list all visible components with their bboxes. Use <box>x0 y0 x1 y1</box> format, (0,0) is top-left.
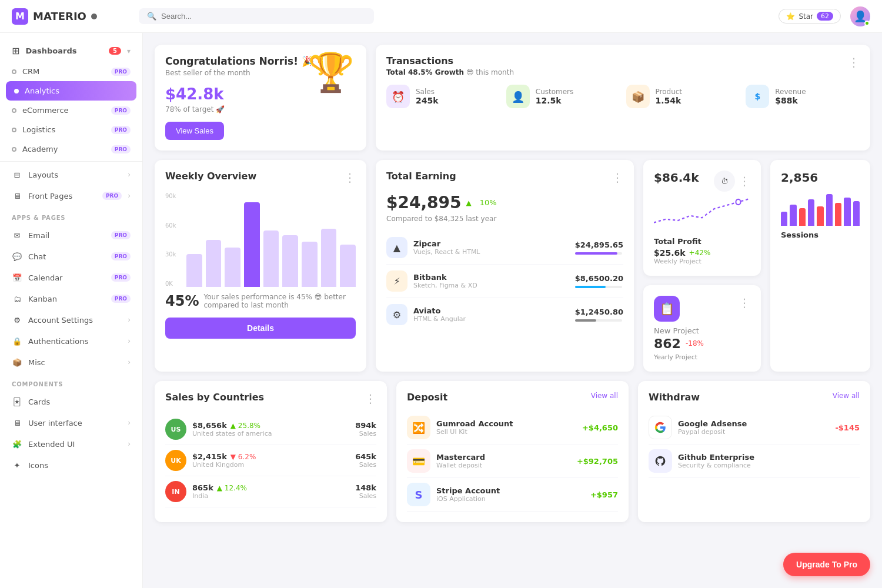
flag-uk: UK <box>165 450 186 471</box>
search-area[interactable]: 🔍 <box>139 8 374 24</box>
bar <box>340 245 356 287</box>
country-amount: $8,656k <box>192 421 227 430</box>
txn-value: 245k <box>416 96 439 105</box>
extended-ui-icon: 🧩 <box>12 439 22 449</box>
avatar[interactable]: 👤 <box>850 6 870 26</box>
star-count: 62 <box>817 12 833 21</box>
sidebar-item-ecommerce[interactable]: eCommerce PRO <box>0 101 142 120</box>
pro-badge: PRO <box>102 192 122 200</box>
growth-text: Total 48.5% Growth <box>386 68 464 76</box>
total-earning-card: Total Earning ⋮ $24,895 ▲ 10% Compared t… <box>376 160 634 372</box>
congrats-subtitle: Best seller of the month <box>165 69 314 77</box>
star-button[interactable]: ⭐ Star 62 <box>779 9 841 24</box>
upgrade-to-pro-button[interactable]: Upgrade To Pro <box>783 553 870 576</box>
zipcar-name: Zipcar <box>413 239 480 248</box>
weekly-menu-icon[interactable]: ⋮ <box>344 171 356 185</box>
view-sales-button[interactable]: View Sales <box>165 122 224 140</box>
y-label: 0K <box>165 280 176 287</box>
sidebar-item-account-settings[interactable]: ⚙ Account Settings › <box>0 309 142 330</box>
sidebar-item-misc[interactable]: 📦 Misc › <box>0 352 142 373</box>
sidebar-item-logistics[interactable]: Logistics PRO <box>0 120 142 139</box>
profit-icons: ⏱ ⋮ <box>714 171 750 192</box>
zipcar-icon: ▲ <box>386 237 407 258</box>
sidebar-item-label: Authentications <box>28 337 122 346</box>
txn-label: Revenue <box>775 88 806 96</box>
country-name-text: United states of america <box>192 430 349 437</box>
session-bar <box>808 199 814 226</box>
sidebar-item-extended-ui[interactable]: 🧩 Extended UI › <box>0 433 142 455</box>
flag-in: IN <box>165 481 186 502</box>
bar-active <box>244 202 260 287</box>
zipcar-fill <box>575 252 617 255</box>
withdraw-view-all[interactable]: View all <box>833 392 860 400</box>
sidebar-item-layouts[interactable]: ⊟ Layouts › <box>0 164 142 185</box>
ui-icon: 🖥 <box>12 417 22 428</box>
new-project-card: 📋 ⋮ New Project 862 -18% Yearly Project <box>643 285 761 372</box>
details-button[interactable]: Details <box>165 318 356 339</box>
session-bar <box>844 198 850 226</box>
sidebar-item-calendar[interactable]: 📅 Calendar PRO <box>0 267 142 288</box>
bitbank-amount: $8,6500.20 <box>575 274 623 283</box>
sidebar-item-email[interactable]: ✉ Email PRO <box>0 225 142 246</box>
sidebar-item-icons[interactable]: ✦ Icons <box>0 455 142 476</box>
dashboard-label: Dashboards <box>25 46 103 55</box>
sidebar-dot-icon <box>12 108 16 113</box>
mastercard-amount: +$92,705 <box>577 457 618 466</box>
withdraw-row-google: Google Adsense Paypal deposit -$145 <box>649 411 860 445</box>
sidebar-item-academy[interactable]: Academy PRO <box>0 139 142 159</box>
profit-label: Total Profit <box>654 237 750 246</box>
txn-customers: 👤 Customers 12.5k <box>506 85 620 108</box>
session-bar <box>799 208 806 226</box>
transactions-menu-icon[interactable]: ⋮ <box>848 55 860 69</box>
country-row-in: IN 865k ▲ 12.4% India 148k Sales <box>165 476 376 507</box>
bitbank-tech: Sketch, Figma & XD <box>413 282 477 289</box>
deposit-view-all[interactable]: View all <box>591 392 618 400</box>
session-bar <box>853 201 860 226</box>
earning-menu-icon[interactable]: ⋮ <box>612 171 623 185</box>
pro-badge: PRO <box>111 252 131 260</box>
sidebar-item-dashboards[interactable]: ⊞ Dashboards 5 ▾ <box>0 40 142 62</box>
aviato-icon: ⚙ <box>386 304 407 325</box>
sidebar-item-analytics[interactable]: Analytics <box>6 81 136 101</box>
live-dot-icon <box>91 14 97 19</box>
lock-icon: 🔒 <box>12 336 22 346</box>
txn-sales: ⏰ Sales 245k <box>386 85 500 108</box>
chart-bars <box>186 193 356 287</box>
revenue-icon: $ <box>746 85 769 108</box>
withdraw-row-github: Github Enterprise Security & compliance <box>649 445 860 478</box>
kanban-icon: 🗂 <box>12 293 22 304</box>
growth-period: this month <box>476 68 514 76</box>
sidebar-section-apps: APPS & PAGES <box>0 206 142 225</box>
zipcar-progress <box>575 252 622 255</box>
front-pages-icon: 🖥 <box>12 191 22 201</box>
gumroad-name: Gumroad Account <box>436 419 513 428</box>
chevron-right-icon: › <box>128 440 131 448</box>
sidebar-item-kanban[interactable]: 🗂 Kanban PRO <box>0 288 142 309</box>
mastercard-sub: Wallet deposit <box>436 462 485 469</box>
sidebar-item-front-pages[interactable]: 🖥 Front Pages PRO › <box>0 185 142 206</box>
sessions-header: 2,856 <box>781 171 860 185</box>
np-menu-icon[interactable]: ⋮ <box>739 296 750 322</box>
earning-row-bitbank: ⚡ Bitbank Sketch, Figma & XD $8,6500.20 <box>386 265 623 298</box>
github-name: Github Enterprise <box>678 453 754 462</box>
mastercard-icon: 💳 <box>407 449 430 473</box>
sidebar-item-crm[interactable]: CRM PRO <box>0 62 142 81</box>
right-small-cards: $86.4k ⏱ ⋮ <box>643 160 761 372</box>
sidebar-item-authentications[interactable]: 🔒 Authentications › <box>0 330 142 352</box>
session-bar <box>826 194 833 226</box>
profit-menu-icon[interactable]: ⋮ <box>739 174 750 188</box>
search-input[interactable] <box>161 12 366 21</box>
bitbank-progress <box>575 286 622 288</box>
sidebar-item-cards[interactable]: 🃏 Cards <box>0 391 142 412</box>
zipcar-amount: $24,895.65 <box>575 240 623 249</box>
withdraw-card: Withdraw View all Google Adsense <box>638 381 870 522</box>
deposit-title: Deposit <box>407 392 447 403</box>
pro-badge: PRO <box>111 231 131 239</box>
aviato-amount: $1,2450.80 <box>575 308 623 316</box>
sidebar-item-label: Misc <box>28 358 122 367</box>
bitbank-name: Bitbank <box>413 273 477 282</box>
sales-menu-icon[interactable]: ⋮ <box>365 392 376 406</box>
sidebar-item-user-interface[interactable]: 🖥 User interface › <box>0 412 142 433</box>
profit-header: $86.4k ⏱ ⋮ <box>654 171 750 192</box>
sidebar-item-chat[interactable]: 💬 Chat PRO <box>0 246 142 267</box>
